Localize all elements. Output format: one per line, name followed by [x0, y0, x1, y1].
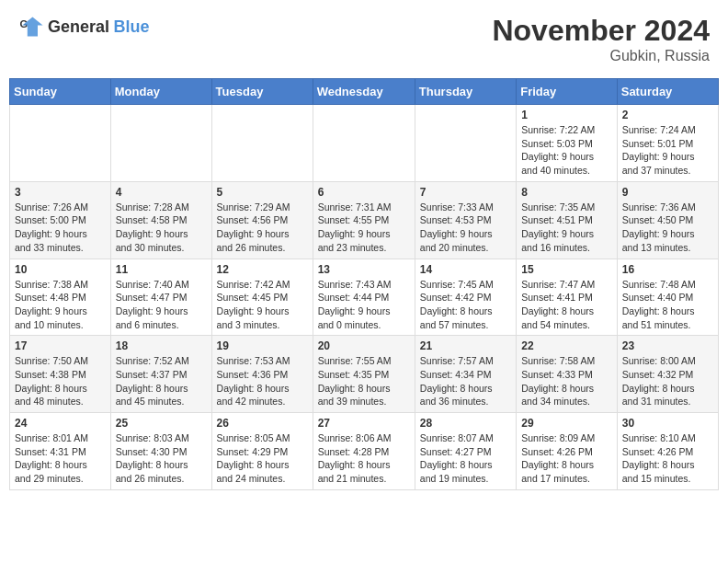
day-number: 17 — [15, 339, 106, 352]
table-row — [313, 105, 415, 182]
day-number: 27 — [318, 417, 410, 430]
day-number: 25 — [116, 417, 207, 430]
table-row: 17Sunrise: 7:50 AMSunset: 4:38 PMDayligh… — [10, 336, 111, 413]
logo-icon: G — [18, 14, 44, 40]
table-row: 30Sunrise: 8:10 AMSunset: 4:26 PMDayligh… — [617, 413, 718, 490]
day-number: 5 — [217, 186, 308, 199]
calendar-week-row: 3Sunrise: 7:26 AMSunset: 5:00 PMDaylight… — [10, 181, 719, 259]
day-number: 8 — [521, 186, 612, 199]
day-number: 20 — [318, 339, 410, 352]
table-row: 18Sunrise: 7:52 AMSunset: 4:37 PMDayligh… — [110, 336, 211, 413]
day-number: 12 — [217, 263, 308, 276]
day-info: Sunrise: 7:47 AMSunset: 4:41 PMDaylight:… — [521, 278, 612, 332]
day-number: 11 — [116, 263, 207, 276]
header-sunday: Sunday — [10, 79, 111, 105]
day-info: Sunrise: 7:29 AMSunset: 4:56 PMDaylight:… — [217, 201, 308, 255]
table-row: 1Sunrise: 7:22 AMSunset: 5:03 PMDaylight… — [517, 105, 618, 182]
table-row: 25Sunrise: 8:03 AMSunset: 4:30 PMDayligh… — [110, 413, 211, 490]
day-number: 22 — [521, 339, 612, 352]
table-row: 21Sunrise: 7:57 AMSunset: 4:34 PMDayligh… — [415, 336, 516, 413]
table-row: 19Sunrise: 7:53 AMSunset: 4:36 PMDayligh… — [211, 336, 313, 413]
day-info: Sunrise: 7:42 AMSunset: 4:45 PMDaylight:… — [217, 278, 308, 332]
day-number: 6 — [318, 186, 410, 199]
header-thursday: Thursday — [415, 79, 516, 105]
day-number: 29 — [521, 417, 612, 430]
day-info: Sunrise: 7:55 AMSunset: 4:35 PMDaylight:… — [318, 354, 410, 408]
day-info: Sunrise: 7:31 AMSunset: 4:55 PMDaylight:… — [318, 201, 410, 255]
table-row: 29Sunrise: 8:09 AMSunset: 4:26 PMDayligh… — [517, 413, 618, 490]
logo-blue: Blue — [114, 17, 150, 36]
calendar-week-row: 1Sunrise: 7:22 AMSunset: 5:03 PMDaylight… — [10, 105, 719, 182]
day-number: 3 — [15, 186, 106, 199]
day-info: Sunrise: 8:03 AMSunset: 4:30 PMDaylight:… — [116, 431, 207, 486]
header-friday: Friday — [517, 79, 618, 105]
header: G General Blue November 2024 Gubkin, Rus… — [9, 9, 719, 69]
logo: G General Blue — [18, 14, 150, 40]
table-row: 6Sunrise: 7:31 AMSunset: 4:55 PMDaylight… — [313, 181, 415, 259]
day-number: 13 — [318, 263, 410, 276]
day-info: Sunrise: 8:05 AMSunset: 4:29 PMDaylight:… — [217, 431, 308, 486]
day-info: Sunrise: 7:53 AMSunset: 4:36 PMDaylight:… — [217, 354, 308, 408]
day-info: Sunrise: 7:35 AMSunset: 4:51 PMDaylight:… — [521, 201, 612, 255]
table-row — [110, 105, 211, 182]
day-info: Sunrise: 7:50 AMSunset: 4:38 PMDaylight:… — [15, 354, 106, 408]
day-info: Sunrise: 8:01 AMSunset: 4:31 PMDaylight:… — [15, 431, 106, 486]
day-info: Sunrise: 7:24 AMSunset: 5:01 PMDaylight:… — [622, 123, 713, 178]
table-row: 13Sunrise: 7:43 AMSunset: 4:44 PMDayligh… — [313, 259, 415, 336]
table-row: 24Sunrise: 8:01 AMSunset: 4:31 PMDayligh… — [10, 413, 111, 490]
day-info: Sunrise: 7:28 AMSunset: 4:58 PMDaylight:… — [116, 201, 207, 255]
location-title: Gubkin, Russia — [492, 48, 710, 64]
day-info: Sunrise: 8:06 AMSunset: 4:28 PMDaylight:… — [318, 431, 410, 486]
day-info: Sunrise: 8:10 AMSunset: 4:26 PMDaylight:… — [622, 431, 713, 486]
day-number: 15 — [521, 263, 612, 276]
table-row: 26Sunrise: 8:05 AMSunset: 4:29 PMDayligh… — [211, 413, 313, 490]
calendar-week-row: 17Sunrise: 7:50 AMSunset: 4:38 PMDayligh… — [10, 336, 719, 413]
day-info: Sunrise: 7:26 AMSunset: 5:00 PMDaylight:… — [15, 201, 106, 255]
table-row: 15Sunrise: 7:47 AMSunset: 4:41 PMDayligh… — [517, 259, 618, 336]
day-number: 16 — [622, 263, 713, 276]
table-row: 10Sunrise: 7:38 AMSunset: 4:48 PMDayligh… — [10, 259, 111, 336]
day-number: 30 — [622, 417, 713, 430]
header-saturday: Saturday — [617, 79, 718, 105]
logo-text: General Blue — [48, 17, 150, 37]
day-info: Sunrise: 7:22 AMSunset: 5:03 PMDaylight:… — [521, 123, 612, 178]
day-number: 14 — [420, 263, 511, 276]
table-row: 8Sunrise: 7:35 AMSunset: 4:51 PMDaylight… — [517, 181, 618, 259]
table-row: 3Sunrise: 7:26 AMSunset: 5:00 PMDaylight… — [10, 181, 111, 259]
calendar-week-row: 24Sunrise: 8:01 AMSunset: 4:31 PMDayligh… — [10, 413, 719, 490]
table-row: 20Sunrise: 7:55 AMSunset: 4:35 PMDayligh… — [313, 336, 415, 413]
day-number: 24 — [15, 417, 106, 430]
day-number: 10 — [15, 263, 106, 276]
table-row — [415, 105, 516, 182]
table-row — [211, 105, 313, 182]
day-info: Sunrise: 7:48 AMSunset: 4:40 PMDaylight:… — [622, 278, 713, 332]
day-info: Sunrise: 7:33 AMSunset: 4:53 PMDaylight:… — [420, 201, 511, 255]
day-number: 9 — [622, 186, 713, 199]
day-number: 4 — [116, 186, 207, 199]
header-tuesday: Tuesday — [211, 79, 313, 105]
day-info: Sunrise: 7:40 AMSunset: 4:47 PMDaylight:… — [116, 278, 207, 332]
table-row: 11Sunrise: 7:40 AMSunset: 4:47 PMDayligh… — [110, 259, 211, 336]
day-info: Sunrise: 7:58 AMSunset: 4:33 PMDaylight:… — [521, 354, 612, 408]
table-row: 23Sunrise: 8:00 AMSunset: 4:32 PMDayligh… — [617, 336, 718, 413]
table-row: 12Sunrise: 7:42 AMSunset: 4:45 PMDayligh… — [211, 259, 313, 336]
table-row: 4Sunrise: 7:28 AMSunset: 4:58 PMDaylight… — [110, 181, 211, 259]
table-row: 27Sunrise: 8:06 AMSunset: 4:28 PMDayligh… — [313, 413, 415, 490]
calendar-table: Sunday Monday Tuesday Wednesday Thursday… — [9, 78, 719, 490]
table-row: 22Sunrise: 7:58 AMSunset: 4:33 PMDayligh… — [517, 336, 618, 413]
day-info: Sunrise: 7:57 AMSunset: 4:34 PMDaylight:… — [420, 354, 511, 408]
calendar-week-row: 10Sunrise: 7:38 AMSunset: 4:48 PMDayligh… — [10, 259, 719, 336]
day-number: 26 — [217, 417, 308, 430]
calendar-header-row: Sunday Monday Tuesday Wednesday Thursday… — [10, 79, 719, 105]
day-number: 28 — [420, 417, 511, 430]
header-monday: Monday — [110, 79, 211, 105]
day-info: Sunrise: 7:52 AMSunset: 4:37 PMDaylight:… — [116, 354, 207, 408]
day-number: 2 — [622, 109, 713, 121]
day-info: Sunrise: 8:07 AMSunset: 4:27 PMDaylight:… — [420, 431, 511, 486]
logo-general: General — [48, 17, 109, 36]
table-row: 2Sunrise: 7:24 AMSunset: 5:01 PMDaylight… — [617, 105, 718, 182]
table-row: 28Sunrise: 8:07 AMSunset: 4:27 PMDayligh… — [415, 413, 516, 490]
header-wednesday: Wednesday — [313, 79, 415, 105]
day-info: Sunrise: 8:00 AMSunset: 4:32 PMDaylight:… — [622, 354, 713, 408]
day-number: 18 — [116, 339, 207, 352]
